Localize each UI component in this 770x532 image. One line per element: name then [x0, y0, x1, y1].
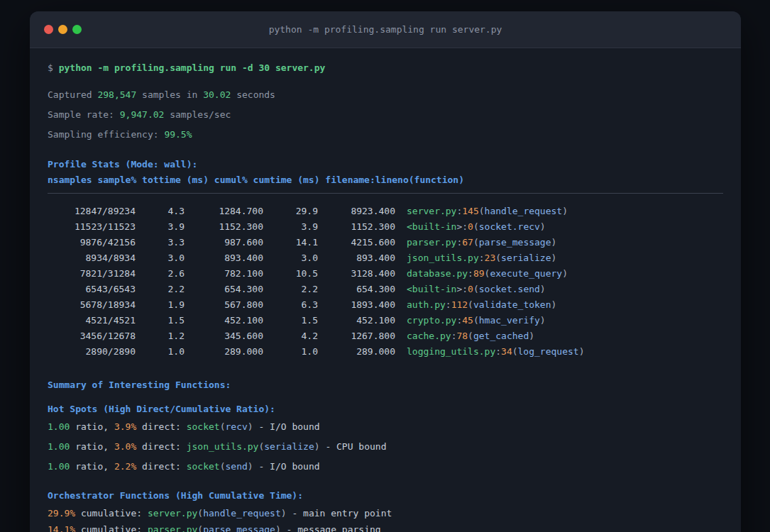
samples-count: 298,547: [97, 89, 136, 100]
command-text: python -m profiling.sampling run -d 30 s…: [59, 62, 326, 73]
tottime-value: 654.300: [185, 282, 263, 297]
cumul-pct-value: 2.2: [263, 282, 318, 297]
cumtime-value: 893.400: [318, 250, 395, 266]
cumul-pct-value: 3.0: [263, 250, 318, 266]
terminal-output[interactable]: $ python -m profiling.sampling run -d 30…: [30, 48, 741, 532]
sample-pct-value: 3.9: [136, 219, 185, 235]
efficiency-value: 99.5%: [164, 129, 192, 140]
cumulative-pct-value: 14.1%: [48, 524, 75, 532]
cumul-pct-value: 10.5: [263, 266, 318, 282]
shell-prompt: $: [48, 62, 53, 73]
table-row: 6543/65432.2654.3002.2654.300<built-in>:…: [48, 282, 723, 297]
tottime-value: 289.000: [185, 344, 263, 360]
function-location: database.py:89(execute_query): [407, 268, 568, 279]
hot-spot-note: - I/O bound: [258, 461, 319, 472]
tottime-value: 893.400: [185, 250, 263, 266]
window-titlebar: python -m profiling.sampling run server.…: [30, 11, 741, 48]
captured-stat-line: Captured 298,547 samples in 30.02 second…: [48, 88, 723, 102]
close-button[interactable]: [44, 25, 53, 34]
function-location: logging_utils.py:34(log_request): [407, 346, 584, 357]
ratio-value: 1.00: [48, 461, 70, 472]
nsamples-value: 11523/11523: [48, 219, 136, 235]
sample-pct-value: 1.5: [136, 313, 185, 328]
summary-title: Summary of Interesting Functions:: [48, 378, 723, 392]
sample-pct-value: 2.2: [136, 282, 185, 297]
table-row: 3456/126781.2345.6004.21267.800cache.py:…: [48, 328, 723, 344]
sample-rate-line: Sample rate: 9,947.02 samples/sec: [48, 108, 723, 122]
hot-spot-note: - CPU bound: [325, 441, 386, 452]
hot-spots-title: Hot Spots (High Direct/Cumulative Ratio)…: [48, 402, 723, 416]
minimize-button[interactable]: [58, 25, 67, 34]
tottime-value: 987.600: [185, 235, 263, 250]
ratio-value: 1.00: [48, 441, 70, 452]
cumtime-value: 8923.400: [318, 204, 395, 219]
orchestrator-note: - message parsing: [287, 524, 381, 532]
orchestrator-function: parser.py(parse_message): [148, 524, 281, 532]
hot-spot-note: - I/O bound: [258, 421, 319, 432]
orchestrator-title: Orchestrator Functions (High Cumulative …: [48, 489, 723, 503]
sample-pct-value: 3.0: [136, 250, 185, 266]
cumul-pct-value: 3.9: [263, 219, 318, 235]
profile-table: 12847/892344.31284.70029.98923.400server…: [48, 204, 723, 360]
cumtime-value: 452.100: [318, 313, 395, 328]
ratio-value: 1.00: [48, 421, 70, 432]
direct-pct-value: 2.2%: [114, 461, 136, 472]
function-location: cache.py:78(get_cached): [407, 331, 534, 341]
cumul-pct-value: 1.0: [263, 344, 318, 360]
cumul-pct-value: 14.1: [263, 235, 318, 250]
cumtime-value: 1267.800: [318, 328, 395, 344]
function-location: crypto.py:45(hmac_verify): [407, 315, 546, 326]
sample-pct-value: 3.3: [136, 235, 185, 250]
function-location: auth.py:112(validate_token): [407, 299, 556, 310]
tottime-value: 1284.700: [185, 204, 263, 219]
nsamples-value: 7821/31284: [48, 266, 136, 282]
nsamples-value: 6543/6543: [48, 282, 136, 297]
maximize-button[interactable]: [72, 25, 82, 34]
tottime-value: 1152.300: [185, 219, 263, 235]
tottime-value: 782.100: [185, 266, 263, 282]
sample-rate-value: 9,947.02: [120, 109, 165, 120]
sample-pct-value: 1.2: [136, 328, 185, 344]
orchestrator-note: - main entry point: [292, 508, 392, 519]
function-location: server.py:145(handle_request): [407, 206, 568, 216]
table-row: 9876/421563.3987.60014.14215.600parser.p…: [48, 235, 723, 250]
hot-spot-function: socket(send): [187, 461, 253, 472]
nsamples-value: 5678/18934: [48, 297, 136, 313]
duration-seconds: 30.02: [203, 89, 231, 100]
nsamples-value: 3456/12678: [48, 328, 136, 344]
cumtime-value: 1893.400: [318, 297, 395, 313]
table-row: 2890/28901.0289.0001.0289.000logging_uti…: [48, 344, 723, 360]
nsamples-value: 9876/42156: [48, 235, 136, 250]
table-row: 11523/115233.91152.3003.91152.300<built-…: [48, 219, 723, 235]
efficiency-line: Sampling efficiency: 99.5%: [48, 128, 723, 142]
sample-pct-value: 1.9: [136, 297, 185, 313]
direct-pct-value: 3.0%: [114, 441, 136, 452]
function-location: parser.py:67(parse_message): [407, 237, 556, 248]
cumul-pct-value: 29.9: [263, 204, 318, 219]
cumtime-value: 4215.600: [318, 235, 395, 250]
hot-spot-line: 1.00 ratio, 3.0% direct: json_utils.py(s…: [48, 440, 723, 454]
cumul-pct-value: 1.5: [263, 313, 318, 328]
direct-pct-value: 3.9%: [114, 421, 136, 432]
cumtime-value: 3128.400: [318, 266, 395, 282]
orchestrator-line: 14.1% cumulative: parser.py(parse_messag…: [48, 523, 723, 532]
nsamples-value: 12847/89234: [48, 204, 136, 219]
orchestrator-line: 29.9% cumulative: server.py(handle_reque…: [48, 506, 723, 521]
function-location: <built-in>:0(socket.recv): [407, 221, 546, 232]
table-row: 8934/89343.0893.4003.0893.400json_utils.…: [48, 250, 723, 266]
table-row: 5678/189341.9567.8006.31893.400auth.py:1…: [48, 297, 723, 313]
cumulative-pct-value: 29.9%: [48, 508, 75, 519]
table-header: nsamples sample% tottime (ms) cumul% cum…: [48, 173, 723, 187]
hot-spot-function: socket(recv): [187, 421, 253, 432]
table-divider: [48, 193, 723, 194]
cumul-pct-value: 6.3: [263, 297, 318, 313]
cumul-pct-value: 4.2: [263, 328, 318, 344]
tottime-value: 345.600: [185, 328, 263, 344]
profile-stats-title: Profile Stats (Mode: wall):: [48, 157, 723, 172]
terminal-window: python -m profiling.sampling run server.…: [30, 11, 741, 532]
nsamples-value: 8934/8934: [48, 250, 136, 266]
cumtime-value: 654.300: [318, 282, 395, 297]
hot-spot-line: 1.00 ratio, 2.2% direct: socket(send) - …: [48, 460, 723, 474]
table-row: 7821/312842.6782.10010.53128.400database…: [48, 266, 723, 282]
hot-spot-line: 1.00 ratio, 3.9% direct: socket(recv) - …: [48, 420, 723, 434]
